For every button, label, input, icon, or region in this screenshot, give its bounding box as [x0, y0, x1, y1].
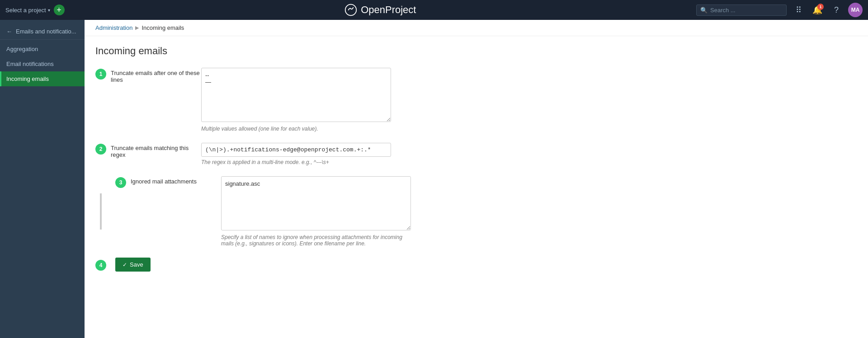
top-navigation: Select a project ▾ + OpenProject 🔍 ⠿ 🔔 1… — [0, 0, 868, 20]
select-project-label: Select a project — [5, 7, 46, 14]
back-arrow-icon: ← — [6, 28, 12, 35]
sidebar-item-email-notifications[interactable]: Email notifications — [0, 56, 85, 71]
truncate-lines-hint: Multiple values allowed (one line for ea… — [201, 126, 391, 132]
breadcrumb-admin-link[interactable]: Administration — [95, 24, 132, 31]
truncate-regex-hint: The regex is applied in a multi-line mod… — [201, 159, 391, 165]
breadcrumb-current: Incoming emails — [142, 24, 184, 31]
section-content-1: -- — Multiple values allowed (one line f… — [201, 68, 391, 132]
truncate-lines-textarea[interactable]: -- — — [201, 68, 391, 122]
add-project-button[interactable]: + — [54, 5, 65, 15]
section-label-2: Truncate emails matching this regex — [111, 143, 201, 158]
truncate-regex-input[interactable] — [201, 143, 391, 157]
search-box[interactable]: 🔍 — [696, 5, 787, 16]
form-section-3: 3 Ignored mail attachments signature.asc… — [95, 176, 857, 247]
grid-menu-button[interactable]: ⠿ — [791, 3, 806, 17]
form-section-2: 2 Truncate emails matching this regex Th… — [95, 143, 857, 165]
main-layout: ← Emails and notificatio... Aggregation … — [0, 20, 868, 338]
logo-icon — [344, 4, 357, 16]
logo-text: OpenProject — [361, 4, 416, 16]
sidebar-incoming-emails-label: Incoming emails — [6, 75, 49, 82]
chevron-down-icon: ▾ — [48, 8, 50, 13]
help-button[interactable]: ? — [829, 3, 844, 17]
nav-center: OpenProject — [65, 4, 696, 16]
sidebar-back-label: Emails and notificatio... — [16, 28, 76, 35]
content-area: Incoming emails 1 Truncate emails after … — [85, 36, 868, 281]
help-icon: ? — [834, 5, 839, 15]
search-icon: 🔍 — [700, 7, 708, 14]
sidebar-aggregation-label: Aggregation — [6, 46, 38, 52]
section-content-3: signature.asc Specify a list of names to… — [221, 176, 411, 247]
sidebar-item-aggregation[interactable]: Aggregation — [0, 42, 85, 56]
sidebar: ← Emails and notificatio... Aggregation … — [0, 20, 85, 338]
save-section: 4 ✓ Save — [95, 258, 857, 272]
section-divider — [100, 193, 102, 230]
project-selector[interactable]: Select a project ▾ — [5, 7, 50, 14]
section-number-2: 2 — [95, 144, 106, 155]
checkmark-icon: ✓ — [123, 262, 127, 268]
section-number-1: 1 — [95, 69, 106, 80]
form-section-1: 1 Truncate emails after one of these lin… — [95, 68, 857, 132]
section-label-1: Truncate emails after one of these lines — [111, 68, 201, 83]
section-label-3: Ignored mail attachments — [131, 176, 221, 185]
logo: OpenProject — [344, 4, 416, 16]
save-button[interactable]: ✓ Save — [115, 258, 151, 272]
section-number-3: 3 — [115, 177, 126, 188]
grid-icon: ⠿ — [796, 5, 802, 15]
avatar[interactable]: MA — [848, 3, 863, 17]
nav-left: Select a project ▾ + — [5, 5, 65, 15]
search-input[interactable] — [710, 7, 783, 14]
breadcrumb: Administration ▶ Incoming emails — [85, 20, 868, 36]
breadcrumb-arrow: ▶ — [135, 25, 139, 31]
main-content: Administration ▶ Incoming emails Incomin… — [85, 20, 868, 338]
ignored-attachments-hint: Specify a list of names to ignore when p… — [221, 234, 411, 247]
sidebar-email-notifications-label: Email notifications — [6, 61, 54, 67]
notification-badge: 1 — [817, 4, 824, 10]
nav-right: 🔍 ⠿ 🔔 1 ? MA — [696, 3, 863, 17]
section-number-4: 4 — [95, 260, 106, 271]
notifications-button[interactable]: 🔔 1 — [810, 3, 825, 17]
svg-point-0 — [345, 5, 357, 16]
page-title: Incoming emails — [95, 45, 857, 57]
ignored-attachments-textarea[interactable]: signature.asc — [221, 176, 411, 230]
section-content-2: The regex is applied in a multi-line mod… — [201, 143, 391, 165]
sidebar-item-incoming-emails[interactable]: Incoming emails — [0, 71, 85, 86]
sidebar-back-button[interactable]: ← Emails and notificatio... — [0, 23, 85, 40]
